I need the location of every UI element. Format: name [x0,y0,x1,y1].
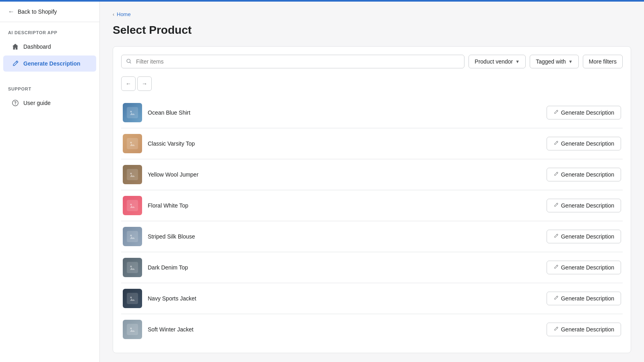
sidebar-item-user-guide[interactable]: User guide [3,95,96,111]
svg-rect-12 [127,262,138,273]
generate-description-button[interactable]: Generate Description [547,230,621,243]
generate-btn-label: Generate Description [561,264,614,271]
back-to-shopify-label: Back to Shopify [18,8,57,15]
table-row: Yellow Wool Jumper Generate Description [121,159,623,190]
product-name: Soft Winter Jacket [148,326,194,333]
more-filters-label: More filters [589,58,617,65]
prev-page-button[interactable]: ← [121,76,136,91]
generate-btn-label: Generate Description [561,326,614,333]
breadcrumb-chevron-icon: ‹ [113,12,114,17]
back-to-shopify-button[interactable]: ← Back to Shopify [0,2,99,22]
generate-description-button[interactable]: Generate Description [547,323,621,336]
pencil-btn-icon [553,295,559,302]
generate-btn-label: Generate Description [561,109,614,116]
svg-point-17 [130,328,132,329]
generate-nav-label: Generate Description [23,60,80,67]
search-wrapper [121,55,464,68]
sidebar-item-generate[interactable]: Generate Description [3,56,96,72]
table-row: Ocean Blue Shirt Generate Description [121,97,623,128]
pencil-btn-icon [553,140,559,147]
prev-icon: ← [126,80,131,87]
product-name: Navy Sports Jacket [148,295,196,302]
product-thumbnail [123,103,142,122]
generate-btn-label: Generate Description [561,140,614,147]
product-info: Floral White Top [123,196,188,215]
product-thumbnail [123,258,142,277]
svg-rect-2 [127,107,138,118]
generate-description-button[interactable]: Generate Description [547,106,621,119]
pagination-controls: ← → [121,76,623,91]
generate-btn-label: Generate Description [561,171,614,178]
svg-point-13 [130,266,132,267]
svg-rect-10 [127,231,138,242]
generate-description-button[interactable]: Generate Description [547,137,621,150]
tagged-with-label: Tagged with [536,58,566,65]
question-icon [11,99,19,107]
generate-description-button[interactable]: Generate Description [547,168,621,181]
product-info: Soft Winter Jacket [123,320,194,339]
pencil-btn-icon [553,171,559,178]
generate-description-button[interactable]: Generate Description [547,261,621,274]
next-icon: → [142,80,147,87]
home-icon [11,43,19,51]
product-info: Ocean Blue Shirt [123,103,190,122]
product-name: Ocean Blue Shirt [148,109,190,116]
product-name: Floral White Top [148,202,188,209]
dashboard-label: Dashboard [23,43,51,50]
search-icon [126,58,132,65]
svg-rect-14 [127,293,138,304]
product-info: Navy Sports Jacket [123,289,196,308]
breadcrumb: ‹ Home [113,11,631,17]
tagged-chevron-icon: ▼ [568,59,573,64]
svg-point-7 [130,173,132,175]
support-section-label: SUPPORT [0,78,99,95]
generate-description-button[interactable]: Generate Description [547,199,621,212]
svg-rect-4 [127,138,138,149]
page-title: Select Product [113,24,631,37]
table-row: Dark Denim Top Generate Description [121,252,623,283]
product-thumbnail [123,196,142,215]
search-input[interactable] [121,55,464,68]
svg-rect-6 [127,169,138,180]
svg-point-3 [130,111,132,113]
table-row: Navy Sports Jacket Generate Description [121,283,623,314]
sidebar: ← Back to Shopify AI DESCRIPTOR APP Dash… [0,2,100,362]
vendor-chevron-icon: ▼ [515,59,520,64]
breadcrumb-home-link[interactable]: Home [117,11,131,17]
product-name: Yellow Wool Jumper [148,171,198,178]
table-row: Soft Winter Jacket Generate Description [121,314,623,345]
product-info: Yellow Wool Jumper [123,165,198,184]
product-name: Dark Denim Top [148,264,188,271]
pencil-nav-icon [11,60,19,68]
product-thumbnail [123,320,142,339]
generate-btn-label: Generate Description [561,295,614,302]
table-row: Striped Silk Blouse Generate Description [121,221,623,252]
top-bar [0,0,644,2]
product-name: Striped Silk Blouse [148,233,195,240]
svg-rect-8 [127,200,138,211]
svg-rect-16 [127,324,138,335]
product-vendor-filter[interactable]: Product vendor ▼ [469,55,526,68]
product-name: Classic Varsity Top [148,140,195,147]
product-thumbnail [123,165,142,184]
sidebar-item-dashboard[interactable]: Dashboard [3,39,96,55]
main-content: ‹ Home Select Product Product vendor ▼ T [100,2,644,362]
table-row: Classic Varsity Top Generate Description [121,128,623,159]
next-page-button[interactable]: → [137,76,152,91]
table-row: Floral White Top Generate Description [121,190,623,221]
filter-bar: Product vendor ▼ Tagged with ▼ More filt… [121,55,623,68]
generate-btn-label: Generate Description [561,233,614,240]
generate-btn-label: Generate Description [561,202,614,209]
user-guide-label: User guide [23,100,51,106]
pencil-btn-icon [553,202,559,209]
tagged-with-filter[interactable]: Tagged with ▼ [530,55,579,68]
product-thumbnail [123,289,142,308]
svg-point-11 [130,235,132,237]
product-card: Product vendor ▼ Tagged with ▼ More filt… [113,46,631,353]
product-vendor-label: Product vendor [475,58,513,65]
pencil-btn-icon [553,264,559,271]
more-filters-button[interactable]: More filters [583,55,623,68]
generate-description-button[interactable]: Generate Description [547,292,621,305]
product-thumbnail [123,227,142,246]
pencil-btn-icon [553,233,559,240]
